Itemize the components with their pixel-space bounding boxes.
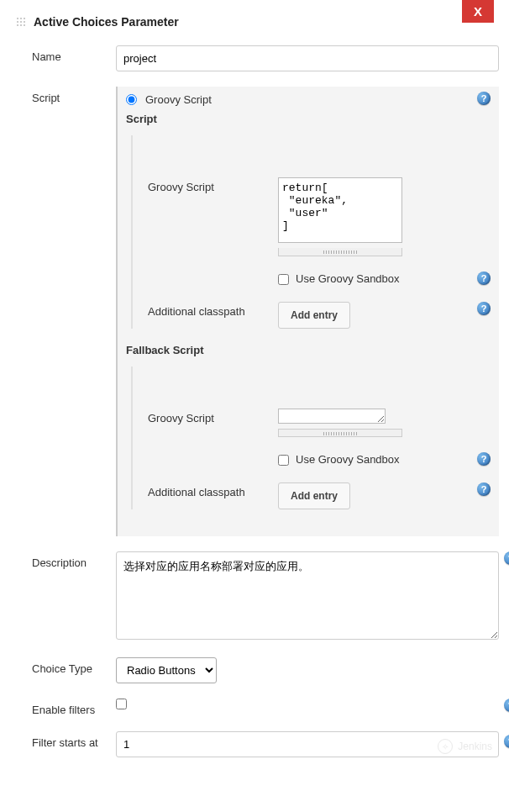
fallback-groovy-script-textarea[interactable] xyxy=(278,409,386,424)
groovy-script-textarea[interactable]: return[ "eureka", "user" ] xyxy=(278,177,402,243)
name-label: Name xyxy=(32,45,116,63)
description-label: Description xyxy=(32,551,116,569)
additional-classpath-label: Additional classpath xyxy=(148,302,278,318)
fallback-groovy-script-label: Groovy Script xyxy=(148,409,278,424)
choice-type-label: Choice Type xyxy=(32,657,116,675)
help-icon[interactable]: ? xyxy=(504,551,509,565)
fallback-subsection-title: Fallback Script xyxy=(126,344,491,356)
section-header: Active Choices Parameter xyxy=(15,15,499,29)
enable-filters-checkbox[interactable] xyxy=(116,699,127,709)
fallback-additional-classpath-label: Additional classpath xyxy=(148,482,278,498)
groovy-script-label: Groovy Script xyxy=(148,177,278,193)
name-input[interactable] xyxy=(116,45,499,71)
script-panel: ? Groovy Script Script Groovy Script ret… xyxy=(116,87,499,536)
groovy-script-radio-label: Groovy Script xyxy=(145,93,212,106)
add-entry-button[interactable]: Add entry xyxy=(278,302,350,329)
watermark-text: Jenkins xyxy=(458,741,492,752)
description-textarea[interactable]: 选择对应的应用名称部署对应的应用。 xyxy=(116,551,499,640)
help-icon[interactable]: ? xyxy=(504,735,509,748)
resize-handle-icon[interactable] xyxy=(278,429,402,437)
enable-filters-label: Enable filters xyxy=(32,699,116,716)
script-label: Script xyxy=(32,87,116,104)
filter-starts-at-label: Filter starts at xyxy=(32,731,116,749)
help-icon[interactable]: ? xyxy=(504,699,509,712)
watermark: ✧ Jenkins xyxy=(438,739,492,754)
help-icon[interactable]: ? xyxy=(477,92,491,105)
groovy-script-radio[interactable] xyxy=(126,94,137,105)
fallback-use-sandbox-checkbox[interactable] xyxy=(278,455,289,466)
fallback-add-entry-button[interactable]: Add entry xyxy=(278,482,350,509)
fallback-use-sandbox-label: Use Groovy Sandbox xyxy=(296,452,400,467)
drag-handle-icon[interactable] xyxy=(15,16,27,28)
wechat-icon: ✧ xyxy=(438,739,453,754)
choice-type-select[interactable]: Radio Buttons xyxy=(116,657,217,683)
use-sandbox-label: Use Groovy Sandbox xyxy=(296,272,400,287)
resize-handle-icon[interactable] xyxy=(278,248,402,256)
close-button[interactable]: X xyxy=(462,0,494,23)
use-sandbox-checkbox[interactable] xyxy=(278,274,289,285)
help-icon[interactable]: ? xyxy=(477,272,491,285)
script-subsection-title: Script xyxy=(126,113,491,125)
section-title: Active Choices Parameter xyxy=(34,15,179,29)
